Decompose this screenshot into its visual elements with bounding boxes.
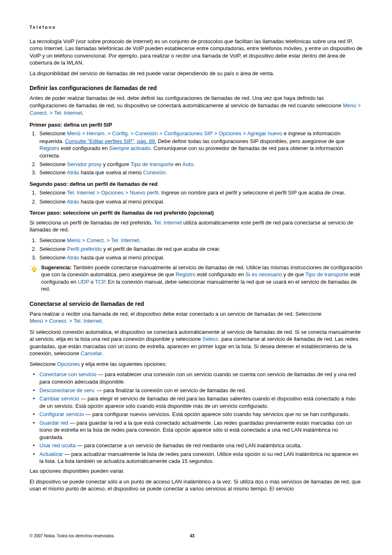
list-item: Conectarse con servicio — para establece… [35,371,362,385]
page-number: 43 [190,533,194,539]
svg-line-2 [37,266,37,267]
list-item: Configurar servicio — para configurar nu… [35,411,362,418]
text: o [89,279,95,285]
path-link[interactable]: Tel. Internet [67,190,95,196]
text: Seleccione [39,246,67,252]
section-heading-define: Definir las configuraciones de llamadas … [30,84,362,92]
registro-link[interactable]: Registro [39,145,59,151]
text: hasta que vuelva al menú principal. [79,199,164,205]
list-item: Seleccione Atrás hasta que vuelva al men… [38,198,362,206]
siempre-activado-link[interactable]: Siempre activado [109,145,150,151]
text: Seleccione [30,361,57,367]
auto-link[interactable]: Auto [182,161,194,167]
sep-icon: > [358,103,361,109]
path-link[interactable]: Conect. [49,318,68,324]
path-link[interactable]: Configuraciones SIP [164,130,212,136]
conect-link[interactable]: Conect. [30,110,48,116]
text: Seleccione [39,130,67,136]
option-text: — para actualizar manualmente la lista d… [39,451,358,465]
text: Seleccione [39,237,67,243]
option-key[interactable]: Cambiar servicio [39,395,79,402]
servidor-proxy-link[interactable]: Servidor proxy [67,161,101,167]
conexion-link[interactable]: Conexión. [143,169,167,176]
path-link[interactable]: Conect. [87,237,105,243]
page-footer: © 2007 Nokia. Todos los derechos reserva… [30,533,362,539]
path-link[interactable]: Menú [67,130,81,136]
list-item: Seleccione Atrás hasta que vuelva al men… [38,169,362,176]
options-list: Conectarse con servicio — para establece… [30,371,362,465]
menu-link[interactable]: Menú [343,102,356,109]
option-key[interactable]: Desconectarse de serv. [39,387,95,393]
text: Seleccione [39,161,67,167]
sep-icon: > [214,131,217,137]
svg-rect-6 [33,271,35,272]
atras-link[interactable]: Atrás [67,169,79,176]
intro-para-2: La disponibilidad del servicio de llamad… [30,70,362,77]
option-key[interactable]: Usar red oculta [39,442,76,449]
cancelar-link[interactable]: Cancelar [81,350,101,356]
page: Teléfono La tecnología VoIP (voz sobre p… [0,0,392,555]
option-key[interactable]: Configurar servicio [39,411,84,417]
path-link[interactable]: Tel. Internet [74,318,101,324]
text: esté configurado en [196,271,245,278]
text: Seleccione [39,254,67,261]
sep-icon: > [44,318,48,324]
option-text: — para configurar nuevos servicios. Está… [84,411,350,417]
path-link[interactable]: Nuevo perfil [130,190,158,196]
option-text: — para elegir el servicio de llamadas de… [39,395,356,409]
sep-icon: > [243,131,246,137]
step-1-list: Seleccione Menú > Herram. > Config. > Co… [30,130,362,176]
path-link[interactable]: Menú [30,318,43,324]
path-link[interactable]: Agregar nuevo [247,130,282,136]
text: Seleccione [39,190,67,196]
copyright-text: © 2007 Nokia. Todos los derechos reserva… [30,533,190,539]
tip-block: Sugerencia: También puede conectarse man… [30,264,362,293]
options-vary: Las opciones disponibles pueden variar. [30,467,362,475]
registro-link[interactable]: Registro [175,271,195,278]
sep-icon: > [82,131,85,137]
option-key[interactable]: Actualizar [39,451,63,457]
path-link[interactable]: Opciones [101,190,124,196]
step-2-heading: Segundo paso: defina un perfil de llamad… [30,180,362,188]
tcp-link[interactable]: TCP [95,279,105,285]
text: y elija entre las siguientes opciones: [80,361,167,367]
path-link[interactable]: Config. [112,130,129,136]
tipo-transporte-link[interactable]: Tipo de transporte [305,271,348,278]
perfil-preferido-link[interactable]: Perfil preferido [67,246,102,252]
text: Para realizar o recibir una llamada de r… [30,311,321,317]
tel-internet-link[interactable]: Tel. Internet [54,110,82,116]
option-key[interactable]: Conectarse con servicio [39,371,97,377]
list-item: Seleccione Servidor proxy y configure Ti… [38,161,362,168]
connect-para-1: Para realizar o recibir una llamada de r… [30,310,362,325]
list-item: Seleccione Menú > Herram. > Config. > Co… [38,130,362,159]
path-link[interactable]: Menú [67,237,81,243]
list-item: Usar red oculta — para conectarse a un s… [35,442,362,449]
tipo-transporte-link[interactable]: Tipo de transporte [131,161,174,167]
list-item: Seleccione Perfil preferido y el perfil … [38,245,362,253]
sep-icon: > [82,238,85,244]
sep-icon: > [125,190,129,196]
tel-internet-link[interactable]: Tel. Internet [154,220,182,226]
selecc-link[interactable]: Selecc. [203,336,220,342]
option-text: — para finalizar la conexión con el serv… [95,387,247,393]
list-item: Seleccione Atrás hasta que vuelva al men… [38,254,362,261]
path-link[interactable]: Herram. [87,130,106,136]
text: Debe definir todas las configuraciones S… [157,138,345,144]
option-key[interactable]: Guardar red [39,420,68,426]
path-link[interactable]: Conexión [135,130,158,136]
si-es-necesario-link[interactable]: Si es necesario [245,271,282,278]
sep-icon: > [97,190,100,196]
step-3-intro: Si selecciona un perfil de llamadas de r… [30,219,362,234]
step-1-heading: Primer paso: defina un perfil SIP [30,121,362,129]
atras-link[interactable]: Atrás [67,254,79,261]
udp-link[interactable]: UDP [78,279,89,285]
text: Antes de poder realizar llamadas de red,… [30,95,343,109]
list-item: Guardar red — para guardar la red a la q… [35,419,362,441]
path-link[interactable]: Tel. Internet [111,237,139,243]
xref-link[interactable]: Consulte "Editar perfiles SIP", pág. 88. [65,138,156,144]
path-link[interactable]: Opciones [219,130,241,136]
sep-icon: > [159,131,163,137]
text: hasta que vuelva al menú principal. [79,254,164,261]
opciones-link[interactable]: Opciones [57,361,80,367]
atras-link[interactable]: Atrás [67,199,79,205]
